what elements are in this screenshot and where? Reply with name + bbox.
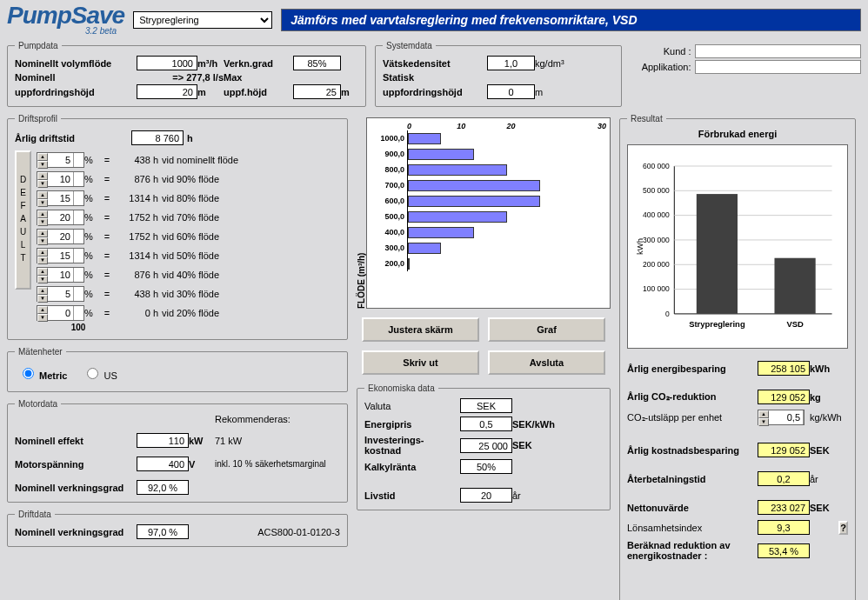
nom-flow-input[interactable]: 1000: [137, 56, 197, 70]
flow-bar-row: 300,0: [371, 240, 606, 256]
invest-label: Investerings-kostnad: [364, 435, 460, 456]
quit-button[interactable]: Avsluta: [488, 350, 605, 375]
co2-reduction-unit: kg: [810, 392, 848, 403]
cost-saving-label: Årlig kostnadsbesparing: [627, 445, 758, 456]
help-button[interactable]: ?: [838, 521, 848, 535]
profile-desc: vid 90% flöde: [162, 174, 275, 184]
flow-bar-label: 600,0: [371, 197, 407, 205]
control-method-select[interactable]: Strypreglering: [133, 11, 272, 29]
invest-input[interactable]: 25 000: [460, 438, 512, 453]
nom-power-input[interactable]: 110: [137, 433, 189, 448]
co2-per-unit-spinner[interactable]: ▲▼ 0,5: [758, 410, 805, 425]
profile-pct-spinner[interactable]: ▲▼5: [37, 286, 84, 302]
resultat-legend: Resultat: [627, 114, 666, 123]
profile-desc: vid 40% flöde: [162, 270, 275, 280]
motor-voltage-unit: V: [189, 459, 215, 470]
down-arrow-icon: ▼: [37, 295, 48, 303]
static-head-input[interactable]: 0: [487, 84, 535, 99]
applikation-input[interactable]: [695, 60, 862, 74]
rek-note: inkl. 10 % säkerhetsmarginal: [215, 459, 340, 469]
svg-text:200 000: 200 000: [643, 260, 670, 269]
flow-bar-row: 1000,0: [371, 130, 606, 146]
profile-desc: vid 20% flöde: [162, 308, 275, 318]
motor-voltage-input[interactable]: 400: [137, 457, 189, 471]
comparison-banner: Jämförs med varvtalsreglering med frekve…: [281, 9, 861, 31]
energipris-input[interactable]: 0,5: [460, 417, 512, 431]
kalkyl-input[interactable]: 50%: [460, 459, 512, 474]
down-arrow-icon: ▼: [37, 199, 48, 207]
down-arrow-icon: ▼: [37, 257, 48, 264]
efficiency-input[interactable]: 85%: [293, 56, 341, 70]
applikation-label: Applikation:: [631, 62, 691, 72]
up-arrow-icon: ▲: [37, 210, 48, 218]
svg-text:400 000: 400 000: [643, 210, 670, 219]
flow-bar-row: 900,0: [371, 146, 606, 162]
motor-eff-input[interactable]: 92,0 %: [137, 480, 189, 495]
app-logo: PumpSave: [7, 3, 124, 28]
logo-block: PumpSave 3.2 beta: [7, 3, 124, 36]
profile-row: ▲▼15%=1314 hvid 80% flöde: [37, 189, 275, 208]
max-head-input[interactable]: 25: [293, 84, 341, 99]
profile-hours: 0 h: [114, 308, 162, 318]
kalkyl-label: Kalkylränta: [364, 462, 460, 472]
nom-head-input[interactable]: 20: [137, 84, 197, 99]
flow-bar-label: 400,0: [371, 228, 407, 237]
motordata-legend: Motordata: [15, 399, 61, 409]
profile-hours: 1314 h: [114, 193, 162, 203]
annual-saving-value: 258 105: [758, 361, 810, 376]
flow-bar-row: 400,0: [371, 224, 606, 240]
pumpdata-legend: Pumpdata: [15, 41, 62, 50]
profile-row: ▲▼5%=438 hvid nominellt flöde: [37, 150, 275, 170]
profile-pct-spinner[interactable]: ▲▼10: [37, 171, 84, 187]
customer-block: Kund : Applikation:: [627, 37, 865, 110]
valuta-input[interactable]: SEK: [460, 398, 512, 413]
energipris-label: Energipris: [364, 419, 460, 430]
profile-hours: 438 h: [114, 155, 162, 165]
graph-button[interactable]: Graf: [488, 317, 605, 342]
livstid-input[interactable]: 20: [460, 488, 512, 503]
down-arrow-icon: ▼: [37, 218, 48, 226]
up-arrow-icon: ▲: [37, 249, 48, 257]
default-button[interactable]: DEFAULT: [15, 150, 31, 290]
driftdata-legend: Driftdata: [15, 510, 55, 519]
kund-input[interactable]: [695, 44, 862, 58]
adjust-screen-button[interactable]: Justera skärm: [362, 317, 479, 342]
npv-value: 233 027: [758, 500, 810, 515]
profile-row: ▲▼10%=876 hvid 90% flöde: [37, 170, 275, 189]
app-header: PumpSave 3.2 beta Strypreglering Jämförs…: [0, 0, 868, 37]
profile-hours: 876 h: [114, 270, 162, 280]
profile-pct-spinner[interactable]: ▲▼15: [37, 190, 84, 206]
driftsprofil-group: Driftsprofil Årlig driftstid 8 760 h DEF…: [7, 114, 348, 340]
profile-pct-spinner[interactable]: ▲▼20: [37, 229, 84, 244]
profile-pct-spinner[interactable]: ▲▼10: [37, 267, 84, 283]
metric-radio[interactable]: Metric: [18, 365, 67, 381]
flow-bar-row: 700,0: [371, 177, 606, 193]
profile-pct-spinner[interactable]: ▲▼5: [37, 152, 84, 168]
flow-bar-fill: [408, 133, 441, 144]
flow-bar-row: 500,0: [371, 209, 606, 224]
profile-pct-spinner[interactable]: ▲▼20: [37, 210, 84, 225]
down-arrow-icon: ▼: [37, 237, 48, 245]
livstid-unit: år: [512, 490, 603, 501]
svg-text:Strypreglering: Strypreglering: [689, 319, 745, 329]
down-arrow-icon: ▼: [37, 276, 48, 283]
density-input[interactable]: 1,0: [487, 56, 535, 70]
ekonomiska-legend: Ekonomiska data: [364, 383, 438, 393]
profile-pct-spinner[interactable]: ▲▼15: [37, 248, 84, 263]
nom-flow-unit: m³/h: [197, 58, 224, 69]
annual-saving-unit: kWh: [810, 363, 848, 374]
flow-bar-row: 200,0: [371, 256, 606, 271]
annual-runtime-input[interactable]: 8 760: [131, 130, 184, 145]
flow-bar-fill: [408, 196, 540, 207]
matenheter-legend: Mätenheter: [15, 347, 66, 357]
profile-desc: vid 30% flöde: [162, 289, 275, 299]
annual-runtime-label: Årlig driftstid: [15, 133, 128, 143]
flow-bar-fill: [408, 180, 540, 191]
us-radio[interactable]: US: [83, 365, 117, 381]
drive-eff-input[interactable]: 97,0 %: [137, 524, 189, 539]
svg-text:100 000: 100 000: [643, 284, 670, 293]
flow-ls: => 277,8 l/s: [137, 72, 224, 83]
profile-pct-spinner[interactable]: ▲▼0: [37, 305, 84, 321]
profile-desc: vid 70% flöde: [162, 212, 275, 223]
print-button[interactable]: Skriv ut: [362, 350, 479, 375]
